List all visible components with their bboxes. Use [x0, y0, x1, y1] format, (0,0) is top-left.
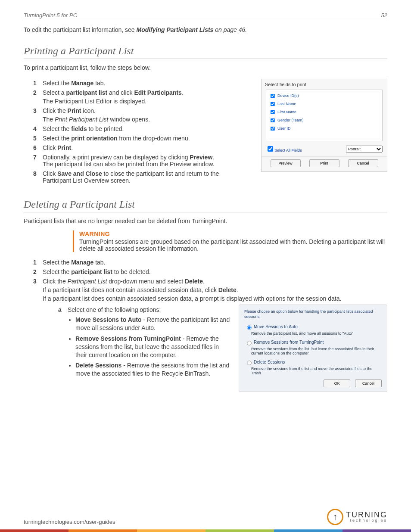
- substep-label: a: [58, 306, 68, 313]
- footer-url: turningtechnologies.com/user-guides: [24, 519, 115, 525]
- step-body: Select the Manage tab.: [43, 80, 252, 87]
- intro-ref: Modifying Participant Lists: [136, 26, 213, 33]
- options-list: Move Sessions to Auto - Remove the parti…: [58, 316, 230, 378]
- radio-option[interactable]: Move Sessions to Auto Remove the partici…: [244, 324, 382, 336]
- step-num: 6: [33, 144, 43, 151]
- logo-mark-icon: ↑: [327, 509, 343, 525]
- cancel-button[interactable]: Cancel: [355, 380, 382, 387]
- doc-title: TurningPoint 5 for PC: [24, 12, 77, 19]
- sessions-dialog: Please choose an option below for handli…: [239, 305, 387, 392]
- list-item: Delete Sessions - Remove the sessions fr…: [75, 361, 230, 378]
- step-num: 4: [33, 125, 43, 132]
- field-list: Device ID(s) Last Name First Name Gender…: [266, 90, 383, 141]
- substep-text: Select one of the following options:: [68, 306, 161, 313]
- step-num: 2: [33, 89, 43, 105]
- print-button[interactable]: Print: [309, 159, 339, 167]
- list-item: Move Sessions to Auto - Remove the parti…: [75, 316, 230, 332]
- step-body: Click Save and Close to close the partic…: [43, 170, 232, 184]
- field-checkbox[interactable]: User ID: [269, 124, 380, 133]
- logo-text-2: technologies: [346, 518, 387, 523]
- cancel-button[interactable]: Cancel: [348, 159, 378, 167]
- step-body: Click the Print icon. The Print Particip…: [43, 107, 252, 123]
- warning-box: WARNING TurningPoint sessions are groupe…: [73, 230, 387, 252]
- logo-text-1: TURNING: [346, 511, 387, 518]
- step-num: 3: [33, 107, 43, 123]
- orientation-select[interactable]: Portrait: [346, 146, 383, 152]
- step-body: Click the Participant List drop-down men…: [43, 278, 387, 392]
- step-body: Select the participant list to be delete…: [43, 268, 387, 275]
- step-num: 8: [33, 170, 43, 184]
- intro-pre: To edit the participant list information…: [24, 26, 136, 33]
- preview-button[interactable]: Preview: [271, 159, 301, 167]
- step-body: Select the Manage tab.: [43, 259, 387, 266]
- dialog-title: Select fields to print: [262, 79, 387, 88]
- step-num: 1: [33, 259, 43, 266]
- field-checkbox[interactable]: Device ID(s): [269, 92, 380, 100]
- step-num: 7: [33, 154, 43, 168]
- deleting-lead: Participant lists that are no longer nee…: [24, 218, 387, 224]
- radio-delete[interactable]: [247, 361, 251, 365]
- radio-move-auto[interactable]: [247, 326, 251, 330]
- step-num: 3: [33, 278, 43, 392]
- intro-line: To edit the participant list information…: [24, 26, 387, 33]
- page-header: TurningPoint 5 for PC 52: [24, 12, 387, 20]
- ok-button[interactable]: OK: [324, 380, 350, 387]
- step-body: Click Print.: [43, 144, 252, 151]
- step-body: Optionally, a print preview can be displ…: [43, 154, 224, 168]
- radio-option[interactable]: Delete Sessions Remove the sessions from…: [244, 359, 382, 375]
- print-fields-dialog: Select fields to print Device ID(s) Last…: [261, 79, 387, 172]
- step-num: 5: [33, 135, 43, 142]
- heading-printing: Printing a Participant List: [24, 45, 387, 59]
- select-all-checkbox[interactable]: Select All Fields: [266, 145, 302, 153]
- warning-body: TurningPoint sessions are grouped based …: [79, 238, 387, 252]
- color-bar: [0, 529, 411, 532]
- page-number: 52: [381, 12, 387, 19]
- field-checkbox[interactable]: First Name: [269, 108, 380, 116]
- dialog-prompt: Please choose an option below for handli…: [244, 309, 382, 319]
- step-num: 1: [33, 80, 43, 87]
- list-item: Remove Sessions from TurningPoint - Remo…: [75, 335, 230, 359]
- step-body: Select the print orientation from the dr…: [43, 135, 252, 142]
- radio-option[interactable]: Remove Sessions from TurningPoint Remove…: [244, 339, 382, 355]
- heading-deleting: Deleting a Participant List: [24, 199, 387, 212]
- field-checkbox[interactable]: Last Name: [269, 100, 380, 108]
- turning-logo: ↑ TURNING technologies: [327, 509, 387, 525]
- step-body: Select the fields to be printed.: [43, 125, 252, 132]
- radio-remove[interactable]: [247, 341, 251, 345]
- step-num: 2: [33, 268, 43, 275]
- page-footer: turningtechnologies.com/user-guides ↑ TU…: [0, 509, 411, 532]
- field-checkbox[interactable]: Gender (Team): [269, 116, 380, 124]
- printing-lead: To print a participant list, follow the …: [24, 64, 387, 71]
- warning-title: WARNING: [79, 230, 387, 237]
- step-body: Select a participant list and click Edit…: [43, 89, 252, 105]
- intro-post: on page 46.: [213, 26, 247, 33]
